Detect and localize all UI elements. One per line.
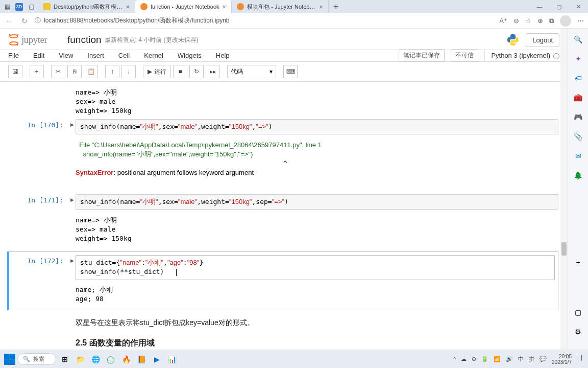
security-icon[interactable]: ⊕: [472, 356, 476, 362]
logout-button[interactable]: Logout: [526, 33, 559, 47]
menu-insert[interactable]: Insert: [87, 52, 104, 59]
task-view-icon[interactable]: ⊞: [58, 353, 71, 366]
jupyter-header: jupyter function 最新检查点: 4 小时前 (更改未保存) Lo…: [0, 29, 568, 49]
maximize-button[interactable]: ▢: [549, 0, 569, 13]
add-icon[interactable]: +: [574, 258, 583, 267]
code-cell[interactable]: In [170]: ▶ show_info(name="小明",sex="mal…: [9, 119, 558, 134]
interrupt-button[interactable]: ■: [173, 65, 187, 78]
taskbar-search[interactable]: 🔍 搜索: [17, 353, 56, 365]
save-button[interactable]: 🖫: [8, 65, 22, 78]
restart-button[interactable]: ↻: [189, 65, 204, 78]
menu-cell[interactable]: Cell: [118, 52, 130, 59]
onedrive-icon[interactable]: ☁: [461, 356, 467, 362]
extensions-icon[interactable]: ⧉: [549, 17, 554, 25]
run-button[interactable]: ▶ 运行: [143, 65, 171, 78]
browser-tab[interactable]: Desktop/python/函数和模块/ ×: [38, 0, 135, 13]
collapser-icon[interactable]: ▶: [68, 119, 76, 134]
zoom-icon[interactable]: ⊖: [513, 17, 519, 25]
favorites-icon[interactable]: ☆: [525, 17, 531, 25]
read-aloud-icon[interactable]: A⁺: [499, 17, 507, 25]
code-cell[interactable]: In [171]: ▶ show_info(name="小明",sex="mal…: [9, 194, 558, 210]
refresh-button[interactable]: ↻: [19, 17, 30, 25]
vertical-scrollbar[interactable]: [560, 29, 568, 350]
app-icon[interactable]: ▶: [150, 353, 163, 366]
jupyter-logo[interactable]: jupyter: [8, 33, 61, 47]
menu-edit[interactable]: Edit: [33, 52, 44, 59]
markdown-cell[interactable]: 双星号在这里表示将stu_dict拆包成key=value对的形式。: [76, 314, 558, 334]
more-icon[interactable]: ⋯: [577, 17, 584, 25]
code-input[interactable]: show_info(name="小明",sex="male",weight="1…: [76, 194, 558, 210]
system-tray[interactable]: ^ ☁ ⊕ 🔋 📶 🔊 中 拼 💬 20:05 2023/1/7 ❘: [453, 354, 584, 365]
code-input[interactable]: stu_dict={"name":"小刚","age":"98"} show_i…: [76, 255, 555, 280]
app-icon[interactable]: 🔥: [119, 353, 133, 366]
menu-widgets[interactable]: Widgets: [178, 52, 202, 59]
close-icon[interactable]: ×: [320, 3, 324, 11]
url-box[interactable]: ⓘ localhost:8888/notebooks/Desktop/pytho…: [35, 16, 494, 25]
hide-sidebar-icon[interactable]: ▢: [574, 308, 583, 317]
markdown-heading[interactable]: 2.5 函数变量的作用域: [76, 334, 558, 350]
address-bar: ← ↻ ⓘ localhost:8888/notebooks/Desktop/p…: [0, 13, 588, 29]
browser-tab[interactable]: 模块和包 - Jupyter Notebook ×: [232, 0, 329, 13]
restart-run-all-button[interactable]: ▸▸: [206, 65, 220, 78]
code-cell-selected[interactable]: In [172]: ▶ stu_dict={"name":"小刚","age":…: [7, 251, 558, 310]
search-icon[interactable]: 🔍: [574, 35, 583, 44]
command-palette-button[interactable]: ⌨: [283, 65, 298, 78]
outlook-icon[interactable]: ✉: [574, 151, 583, 160]
paste-button[interactable]: 📋: [84, 65, 98, 78]
trust-button[interactable]: 不可信: [451, 49, 478, 62]
menu-file[interactable]: File: [8, 52, 19, 59]
edge-icon[interactable]: 🌐: [89, 353, 102, 366]
settings-icon[interactable]: ⚙: [574, 327, 583, 336]
collections-icon[interactable]: ⊕: [537, 17, 543, 25]
tab-actions-icon[interactable]: ▦: [3, 3, 11, 11]
move-down-button[interactable]: ↓: [121, 65, 136, 78]
show-desktop[interactable]: ❘: [577, 354, 584, 364]
minimize-button[interactable]: —: [530, 0, 549, 13]
new-tab-button[interactable]: +: [329, 0, 343, 13]
notifications-icon[interactable]: 💬: [540, 356, 547, 362]
notebook-title[interactable]: function: [67, 34, 102, 45]
discover-icon[interactable]: ✦: [574, 54, 583, 63]
saved-indicator: 笔记本已保存: [399, 49, 445, 62]
cut-button[interactable]: ✂: [51, 65, 65, 78]
collapser-icon[interactable]: ▶: [68, 255, 76, 307]
shopping-icon[interactable]: 🏷: [574, 74, 583, 83]
app-icon[interactable]: 📊: [165, 353, 179, 366]
profile-avatar[interactable]: [560, 15, 571, 27]
back-button[interactable]: ←: [4, 17, 14, 25]
wifi-icon[interactable]: 📶: [494, 356, 501, 362]
chevron-up-icon[interactable]: ^: [453, 356, 456, 362]
tools-icon[interactable]: 🧰: [574, 93, 583, 102]
menu-view[interactable]: View: [59, 52, 73, 59]
cell-output: name; 小刚 age; 98: [76, 280, 555, 307]
move-up-button[interactable]: ↑: [105, 65, 119, 78]
menu-help[interactable]: Help: [216, 52, 230, 59]
volume-icon[interactable]: 🔊: [506, 356, 513, 362]
scroll-thumb[interactable]: [561, 242, 567, 256]
games-icon[interactable]: 🎮: [574, 112, 583, 122]
kernel-name[interactable]: Python 3 (ipykernel): [491, 52, 559, 59]
close-window-button[interactable]: ✕: [569, 0, 588, 13]
ime-lang[interactable]: 中: [518, 355, 524, 363]
collapser-icon[interactable]: ▶: [68, 194, 76, 210]
site-info-icon[interactable]: ⓘ: [35, 16, 41, 25]
tree-icon[interactable]: 🌲: [574, 171, 583, 180]
clock[interactable]: 20:05 2023/1/7: [552, 354, 572, 365]
office-icon[interactable]: 📎: [574, 132, 583, 141]
browser-tab[interactable]: function - Jupyter Notebook ×: [135, 0, 232, 13]
code-input[interactable]: show_info(name="小明",sex="male",weight="1…: [76, 119, 558, 134]
explorer-icon[interactable]: 📁: [74, 353, 87, 366]
close-icon[interactable]: ×: [223, 3, 227, 11]
celltype-select[interactable]: 代码▾: [227, 65, 276, 78]
add-cell-button[interactable]: +: [30, 65, 44, 78]
app-icon[interactable]: ◯: [104, 353, 117, 366]
ime-mode[interactable]: 拼: [529, 355, 534, 363]
copy-button[interactable]: ⎘: [67, 65, 82, 78]
menu-kernel[interactable]: Kernel: [144, 52, 163, 59]
logo-text: jupyter: [21, 34, 47, 45]
start-button[interactable]: [4, 354, 15, 365]
powerpoint-icon[interactable]: 📙: [135, 353, 148, 366]
svg-point-2: [9, 34, 11, 36]
close-icon[interactable]: ×: [126, 3, 130, 11]
battery-icon[interactable]: 🔋: [481, 356, 488, 362]
